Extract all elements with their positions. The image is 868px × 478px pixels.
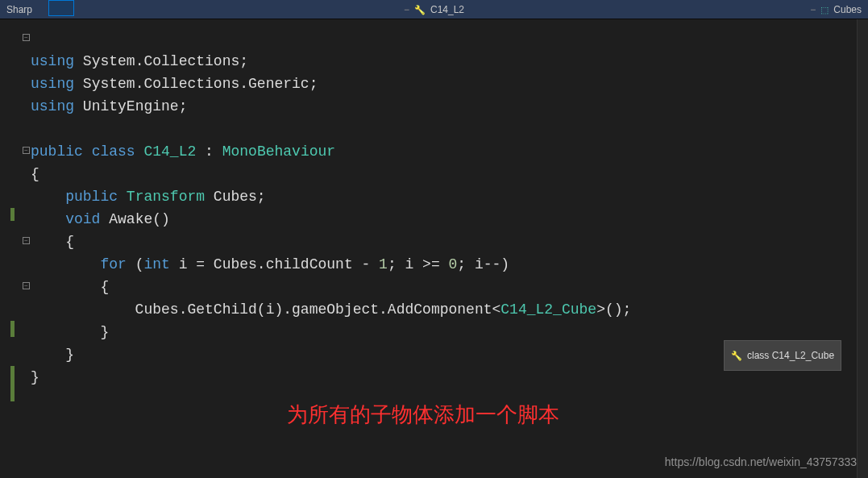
brace: } (31, 347, 74, 363)
keyword: class (92, 143, 135, 160)
punct: >(); (596, 301, 631, 318)
punct: : (196, 143, 222, 160)
keyword: void (65, 211, 100, 227)
brace: { (31, 279, 109, 295)
intellisense-tooltip: class C14_L2_Cube (724, 340, 841, 371)
namespace: UnityEngine; (83, 98, 188, 114)
fold-toggle[interactable]: − (23, 147, 30, 154)
change-marker (10, 366, 15, 401)
type: Transform (127, 189, 205, 205)
breadcrumb-right[interactable]: − Cubes (810, 4, 862, 15)
base-class: MonoBehaviour (222, 143, 335, 160)
expr: ; i >= (388, 256, 449, 272)
keyword: public (31, 143, 83, 160)
class-icon (731, 344, 742, 367)
field-icon (820, 4, 829, 15)
fold-toggle[interactable]: − (23, 34, 30, 41)
statement: Cubes.GetChild(i).gameObject.AddComponen… (31, 301, 500, 318)
class-name: C14_L2 (143, 143, 196, 160)
namespace: System.Collections; (83, 53, 248, 69)
type-arg: C14_L2_Cube (500, 301, 596, 318)
language-label: Sharp (0, 4, 39, 15)
expr: ; i--) (457, 256, 509, 272)
brace: } (31, 369, 39, 385)
punct: ( (127, 256, 144, 272)
wrench-icon (414, 4, 426, 15)
annotation-text: 为所有的子物体添加一个脚本 (287, 403, 559, 426)
vertical-scrollbar[interactable] (857, 19, 868, 478)
breadcrumb-center[interactable]: − C14_L2 (404, 4, 464, 15)
code-editor[interactable]: − − − − using System.Collections; using … (0, 19, 868, 478)
dash-icon: − (404, 4, 409, 15)
tab-bar: Sharp − C14_L2 − Cubes (0, 0, 868, 19)
namespace: System.Collections.Generic; (83, 76, 318, 92)
watermark: https://blog.csdn.net/weixin_43757333 (665, 455, 857, 468)
keyword: int (143, 256, 169, 272)
gutter: − − − − (0, 19, 31, 478)
brace: { (31, 234, 74, 250)
brace: } (31, 324, 109, 340)
keyword: using (31, 98, 74, 114)
keyword: for (100, 256, 126, 272)
tooltip-text: class C14_L2_Cube (747, 344, 834, 367)
fold-toggle[interactable]: − (23, 282, 30, 289)
number: 1 (379, 256, 388, 272)
breadcrumb-class: C14_L2 (430, 4, 464, 15)
change-marker (10, 208, 15, 221)
dash-icon: − (810, 4, 816, 15)
fold-toggle[interactable]: − (23, 237, 30, 244)
active-tab[interactable] (48, 0, 74, 16)
number: 0 (449, 256, 458, 272)
keyword: using (31, 53, 74, 69)
brace: { (31, 166, 39, 182)
keyword: public (65, 189, 118, 205)
keyword: using (31, 76, 74, 92)
breadcrumb-field: Cubes (833, 4, 862, 15)
field-name: Cubes; (205, 189, 266, 205)
code-content[interactable]: using System.Collections; using System.C… (31, 19, 868, 478)
expr: i = Cubes.childCount - (170, 256, 379, 272)
change-marker (10, 321, 15, 337)
method-name: Awake() (100, 211, 169, 227)
